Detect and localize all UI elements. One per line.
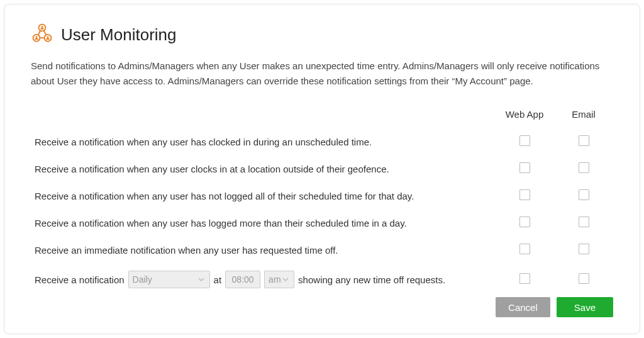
user-monitoring-panel: User Monitoring Send notifications to Ad… bbox=[4, 4, 640, 334]
svg-point-7 bbox=[36, 36, 38, 38]
svg-line-4 bbox=[44, 31, 47, 35]
row-label: Receive a notification when any user has… bbox=[31, 218, 495, 228]
table-row: Receive a notification when any user has… bbox=[31, 183, 613, 210]
webapp-checkbox[interactable] bbox=[519, 244, 530, 254]
panel-header: User Monitoring bbox=[31, 22, 613, 47]
svg-line-3 bbox=[38, 31, 41, 35]
ampm-value: am bbox=[269, 274, 280, 284]
panel-footer: Cancel Save bbox=[496, 297, 613, 317]
webapp-checkbox[interactable] bbox=[519, 273, 530, 284]
email-checkbox[interactable] bbox=[579, 244, 589, 254]
table-header-row: Web App Email bbox=[31, 105, 613, 128]
column-header-email: Email bbox=[554, 109, 613, 120]
chevron-down-icon bbox=[197, 275, 206, 284]
schedule-suffix: showing any new time off requests. bbox=[298, 274, 445, 285]
webapp-checkbox[interactable] bbox=[519, 217, 530, 227]
email-checkbox[interactable] bbox=[579, 273, 589, 284]
panel-description: Send notifications to Admins/Managers wh… bbox=[31, 59, 613, 89]
email-checkbox[interactable] bbox=[579, 217, 589, 227]
table-row: Receive a notification when any user clo… bbox=[31, 155, 613, 183]
time-input[interactable]: 08:00 bbox=[225, 271, 260, 288]
svg-point-8 bbox=[47, 36, 49, 38]
table-row: Receive an immediate notification when a… bbox=[31, 237, 613, 264]
user-monitoring-icon bbox=[31, 22, 53, 47]
email-checkbox[interactable] bbox=[579, 189, 589, 200]
table-row-schedule: Receive a notification Daily at 08:00 am bbox=[31, 264, 613, 295]
webapp-checkbox[interactable] bbox=[519, 189, 530, 200]
row-label: Receive a notification when any user has… bbox=[31, 191, 495, 201]
row-label: Receive a notification when any user has… bbox=[31, 137, 495, 147]
svg-point-6 bbox=[42, 26, 43, 28]
email-checkbox[interactable] bbox=[579, 162, 589, 173]
table-row: Receive a notification when any user has… bbox=[31, 210, 613, 237]
notification-table: Web App Email Receive a notification whe… bbox=[31, 105, 613, 295]
frequency-select[interactable]: Daily bbox=[128, 271, 210, 288]
email-checkbox[interactable] bbox=[579, 135, 589, 146]
schedule-at-label: at bbox=[214, 274, 222, 285]
row-label: Receive a notification when any user clo… bbox=[31, 164, 495, 174]
table-row: Receive a notification when any user has… bbox=[31, 128, 613, 155]
webapp-checkbox[interactable] bbox=[519, 162, 530, 173]
ampm-select[interactable]: am bbox=[264, 271, 294, 288]
chevron-down-icon bbox=[281, 275, 290, 284]
row-label: Receive an immediate notification when a… bbox=[31, 245, 495, 256]
column-header-webapp: Web App bbox=[495, 109, 554, 120]
frequency-value: Daily bbox=[133, 274, 152, 284]
save-button[interactable]: Save bbox=[557, 297, 613, 317]
time-value: 08:00 bbox=[232, 274, 254, 284]
schedule-prefix: Receive a notification bbox=[35, 274, 125, 285]
webapp-checkbox[interactable] bbox=[519, 135, 530, 146]
page-title: User Monitoring bbox=[61, 25, 177, 45]
cancel-button[interactable]: Cancel bbox=[496, 297, 550, 317]
